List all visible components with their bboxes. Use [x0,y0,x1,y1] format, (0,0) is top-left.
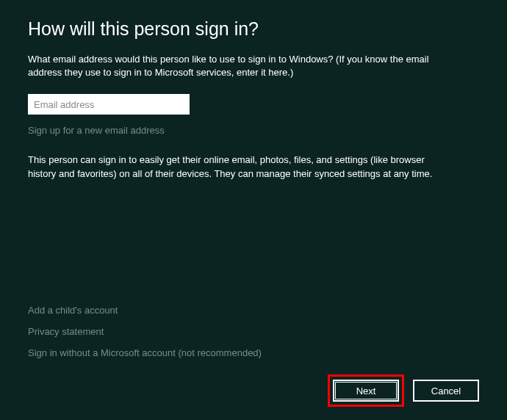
page-title: How will this person sign in? [28,18,479,40]
next-button-highlight: Next [328,374,404,407]
email-field[interactable] [28,94,190,115]
button-row: Next Cancel [328,374,479,407]
bottom-links-area: Add a child's account Privacy statement … [28,305,262,369]
sync-info-text: This person can sign in to easily get th… [28,153,454,181]
cancel-button[interactable]: Cancel [413,380,479,402]
add-child-account-link[interactable]: Add a child's account [28,305,262,316]
next-button[interactable]: Next [333,380,399,402]
sign-in-without-ms-link[interactable]: Sign in without a Microsoft account (not… [28,347,262,358]
privacy-statement-link[interactable]: Privacy statement [28,326,262,337]
signin-prompt: What email address would this person lik… [28,53,439,79]
signup-email-link[interactable]: Sign up for a new email address [28,125,479,136]
